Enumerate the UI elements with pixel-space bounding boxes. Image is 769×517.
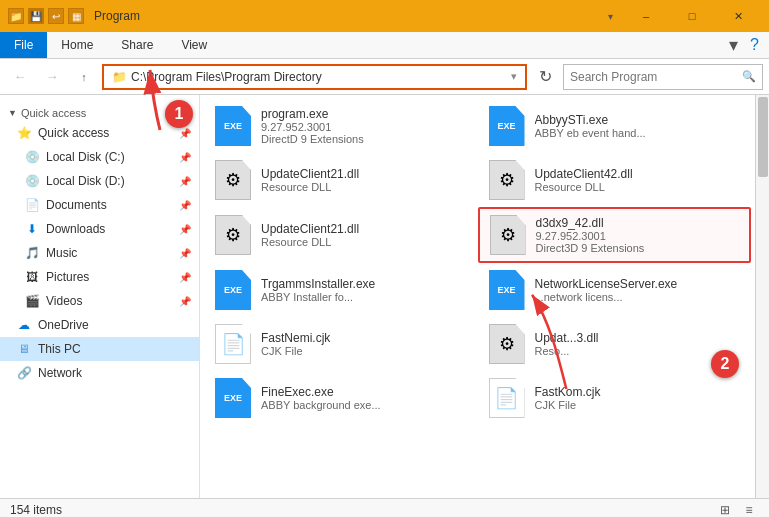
close-button[interactable]: ✕ [715,0,761,32]
file-name-fastkom: FastKom.cjk [535,385,743,399]
sidebar-label-local-c: Local Disk (C:) [46,150,125,164]
file-detail1-fineexec: ABBY background exe... [261,399,469,411]
file-item-fineexec[interactable]: EXE FineExec.exe ABBY background exe... [204,371,478,425]
file-item-networklicense[interactable]: EXE NetworkLicenseServer.exe ...network … [478,263,752,317]
network-icon: 🔗 [16,365,32,381]
file-icon-trgamms: EXE [213,270,253,310]
file-detail1-updat3dll: Reso... [535,345,743,357]
refresh-button[interactable]: ↻ [531,63,559,91]
path-text: C:\Program Files\Program Directory [131,70,322,84]
content-area: EXE program.exe 9.27.952.3001 DirectD 9 … [200,95,769,498]
pc-icon: 🖥 [16,341,32,357]
sidebar-label-pictures: Pictures [46,270,89,284]
ribbon-collapse-btn[interactable]: ▾ [725,34,742,56]
file-info-fastnemi: FastNemi.cjk CJK File [261,331,469,357]
item-count: 154 items [10,503,62,517]
file-item-updat3dll[interactable]: ⚙ Updat...3.dll Reso... [478,317,752,371]
pictures-icon: 🖼 [24,269,40,285]
file-icon-abbyysti: EXE [487,106,527,146]
disk-c-icon: 💿 [24,149,40,165]
file-info-fastkom: FastKom.cjk CJK File [535,385,743,411]
sidebar-item-local-c[interactable]: 💿 Local Disk (C:) 📌 [0,145,199,169]
sidebar-item-documents[interactable]: 📄 Documents 📌 [0,193,199,217]
file-item-updateclient42[interactable]: ⚙ UpdateClient42.dll Resource DLL [478,153,752,207]
file-name-updateclient21b: UpdateClient21.dll [261,222,469,236]
back-button[interactable]: ← [6,63,34,91]
file-icon-updat3dll: ⚙ [487,324,527,364]
scrollbar-track[interactable] [755,95,769,498]
file-item-trgamms[interactable]: EXE TrgammsInstaller.exe ABBY Installer … [204,263,478,317]
sidebar-section-quick-access[interactable]: ▼ Quick access [0,101,199,121]
file-item-fastkom[interactable]: 📄 FastKom.cjk CJK File [478,371,752,425]
file-name-fastnemi: FastNemi.cjk [261,331,469,345]
grid-view-button[interactable]: ⊞ [715,500,735,518]
file-name-d3dx9: d3dx9_42.dll [536,216,742,230]
file-detail1-trgamms: ABBY Installer fo... [261,291,469,303]
file-icon-fineexec: EXE [213,378,253,418]
path-dropdown-icon[interactable]: ▾ [511,70,517,83]
ribbon: File Home Share View ▾ ? [0,32,769,59]
documents-icon: 📄 [24,197,40,213]
file-detail2-d3dx9: Direct3D 9 Extensions [536,242,742,254]
file-icon-program-exe: EXE [213,106,253,146]
file-name-fineexec: FineExec.exe [261,385,469,399]
file-name-updateclient42: UpdateClient42.dll [535,167,743,181]
pin-icon-0: 📌 [179,128,191,139]
tab-view[interactable]: View [167,32,221,58]
forward-button[interactable]: → [38,63,66,91]
file-icon-updateclient21b: ⚙ [213,215,253,255]
minimize-button[interactable]: – [623,0,669,32]
quick-access-chevron: ▼ [8,108,17,118]
tab-file[interactable]: File [0,32,47,58]
sidebar-item-this-pc[interactable]: 🖥 This PC [0,337,199,361]
sidebar-item-pictures[interactable]: 🖼 Pictures 📌 [0,265,199,289]
sidebar-item-videos[interactable]: 🎬 Videos 📌 [0,289,199,313]
file-item-program-exe[interactable]: EXE program.exe 9.27.952.3001 DirectD 9 … [204,99,478,153]
help-ribbon-btn[interactable]: ? [746,36,763,54]
sidebar-item-downloads[interactable]: ⬇ Downloads 📌 [0,217,199,241]
search-icon: 🔍 [742,70,756,83]
file-name-networklicense: NetworkLicenseServer.exe [535,277,743,291]
file-info-updateclient21b: UpdateClient21.dll Resource DLL [261,222,469,248]
up-button[interactable]: ↑ [70,63,98,91]
file-detail1-program-exe: 9.27.952.3001 [261,121,469,133]
sidebar-item-network[interactable]: 🔗 Network [0,361,199,385]
sidebar-label-quick-access: Quick access [38,126,109,140]
file-item-d3dx9[interactable]: ⚙ d3dx9_42.dll 9.27.952.3001 Direct3D 9 … [478,207,752,263]
file-detail1-updateclient42: Resource DLL [535,181,743,193]
downloads-icon: ⬇ [24,221,40,237]
sidebar-item-quick-access[interactable]: ⭐ Quick access 📌 [0,121,199,145]
file-detail1-d3dx9: 9.27.952.3001 [536,230,742,242]
list-view-button[interactable]: ≡ [739,500,759,518]
search-input[interactable] [570,70,738,84]
sidebar-label-downloads: Downloads [46,222,105,236]
file-info-trgamms: TrgammsInstaller.exe ABBY Installer fo..… [261,277,469,303]
pin-icon-5: 📌 [179,248,191,259]
path-folder-icon: 📁 [112,70,127,84]
help-btn[interactable]: ▾ [608,11,613,22]
file-info-updateclient21: UpdateClient21.dll Resource DLL [261,167,469,193]
scrollbar-thumb[interactable] [758,97,768,177]
sidebar-item-onedrive[interactable]: ☁ OneDrive [0,313,199,337]
file-item-updateclient21b[interactable]: ⚙ UpdateClient21.dll Resource DLL [204,207,478,263]
tab-home[interactable]: Home [47,32,107,58]
file-info-updateclient42: UpdateClient42.dll Resource DLL [535,167,743,193]
props-title-icon: ▦ [68,8,84,24]
sidebar-item-local-d[interactable]: 💿 Local Disk (D:) 📌 [0,169,199,193]
file-item-fastnemi[interactable]: 📄 FastNemi.cjk CJK File [204,317,478,371]
folder-title-icon: 📁 [8,8,24,24]
sidebar-label-this-pc: This PC [38,342,81,356]
pin-icon-7: 📌 [179,296,191,307]
file-detail1-fastnemi: CJK File [261,345,469,357]
address-path[interactable]: 📁 C:\Program Files\Program Directory ▾ [102,64,527,90]
maximize-button[interactable]: □ [669,0,715,32]
search-box: 🔍 [563,64,763,90]
videos-icon: 🎬 [24,293,40,309]
file-name-program-exe: program.exe [261,107,469,121]
sidebar-item-music[interactable]: 🎵 Music 📌 [0,241,199,265]
tab-share[interactable]: Share [107,32,167,58]
status-view-controls: ⊞ ≡ [715,500,759,518]
file-item-updateclient21[interactable]: ⚙ UpdateClient21.dll Resource DLL [204,153,478,207]
file-item-abbyysti[interactable]: EXE AbbyySTi.exe ABBY eb event hand... [478,99,752,153]
window-controls: – □ ✕ [623,0,761,32]
